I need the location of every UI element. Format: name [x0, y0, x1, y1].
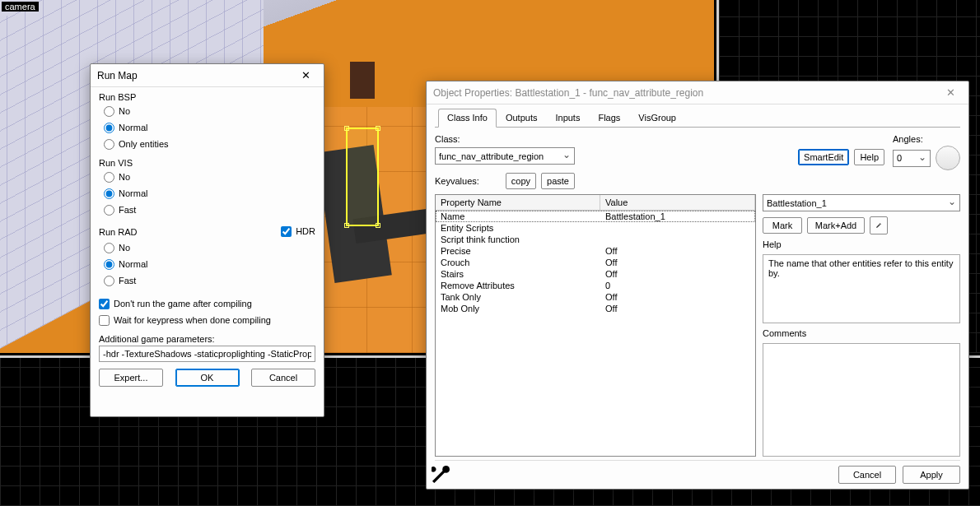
group-label-rad: Run RAD	[99, 227, 137, 237]
titlebar[interactable]: Object Properties: Battlestation_1 - fun…	[427, 81, 968, 104]
cell-property-name: Entity Scripts	[436, 222, 600, 234]
resize-grip-icon[interactable]	[432, 466, 450, 484]
help-section-label: Help	[763, 239, 960, 249]
params-input[interactable]	[99, 346, 315, 362]
cell-value: Off	[600, 291, 755, 303]
class-label: Class:	[435, 134, 575, 144]
cancel-button[interactable]: Cancel	[251, 369, 315, 387]
keyvalues-table[interactable]: Property Name Value NameBattlestation_1E…	[435, 194, 756, 457]
radio-vis-fast[interactable]: Fast	[104, 202, 315, 217]
smartedit-button[interactable]: SmartEdit	[798, 149, 849, 165]
cell-value: Off	[600, 268, 755, 280]
keyvalues-label: Keyvalues:	[435, 176, 479, 186]
apply-button[interactable]: Apply	[903, 466, 960, 484]
run-map-dialog: Run Map ✕ Run BSP No Normal Only entitie…	[90, 63, 324, 417]
name-field-combo[interactable]: Battlestation_1	[763, 194, 960, 211]
mark-button[interactable]: Mark	[763, 217, 802, 234]
table-row[interactable]: PreciseOff	[436, 245, 755, 257]
radio-label: Fast	[119, 276, 136, 285]
radio-label: No	[119, 243, 130, 253]
cell-property-name: Remove Attributes	[436, 280, 600, 291]
table-row[interactable]: Script think function	[436, 234, 755, 245]
combo-value: func_nav_attribute_region	[439, 151, 544, 161]
combo-value: 0	[897, 153, 902, 163]
paste-button[interactable]: paste	[541, 173, 575, 189]
radio-vis-normal[interactable]: Normal	[104, 186, 315, 201]
cell-property-name: Precise	[436, 245, 600, 257]
cell-value	[600, 222, 755, 234]
checkbox-label: HDR	[296, 226, 315, 236]
comments-textarea[interactable]	[763, 343, 960, 457]
radio-label: No	[119, 106, 130, 116]
cell-property-name: Stairs	[436, 268, 600, 280]
checkbox-label: Don't run the game after compiling	[114, 299, 252, 309]
mark-add-button[interactable]: Mark+Add	[807, 217, 865, 234]
cancel-button[interactable]: Cancel	[838, 466, 896, 484]
eyedropper-icon[interactable]	[870, 216, 888, 234]
header-value[interactable]: Value	[600, 195, 755, 210]
cell-property-name: Tank Only	[436, 291, 600, 303]
cell-value: Off	[600, 245, 755, 257]
selection-outline[interactable]	[346, 128, 379, 226]
radio-rad-no[interactable]: No	[104, 240, 315, 255]
radio-bsp-no[interactable]: No	[104, 104, 315, 118]
tab-bar: Class Info Outputs Inputs Flags VisGroup	[435, 108, 960, 128]
table-row[interactable]: Entity Scripts	[436, 222, 755, 234]
close-icon[interactable]: ✕	[939, 85, 962, 101]
tab-inputs[interactable]: Inputs	[546, 109, 589, 128]
viewport-prop	[350, 62, 375, 99]
group-label-vis: Run VIS	[99, 158, 315, 168]
table-row[interactable]: Remove Attributes0	[436, 280, 755, 291]
table-row[interactable]: NameBattlestation_1	[436, 211, 755, 222]
checkbox-wait-keypress[interactable]: Wait for keypress when done compiling	[99, 313, 315, 327]
cell-value: Off	[600, 303, 755, 314]
angles-combo[interactable]: 0	[893, 150, 931, 167]
tab-class-info[interactable]: Class Info	[438, 109, 497, 128]
dialog-title: Object Properties: Battlestation_1 - fun…	[433, 87, 703, 99]
cell-value: 0	[600, 280, 755, 291]
radio-rad-fast[interactable]: Fast	[104, 273, 315, 288]
comments-label: Comments	[763, 328, 960, 338]
radio-label: No	[119, 172, 130, 182]
help-text-box: The name that other entities refer to th…	[763, 254, 960, 323]
radio-bsp-entities[interactable]: Only entities	[104, 137, 315, 151]
angles-label: Angles:	[893, 134, 960, 144]
copy-button[interactable]: copy	[506, 173, 536, 189]
table-row[interactable]: Mob OnlyOff	[436, 303, 755, 314]
radio-label: Normal	[119, 259, 147, 269]
table-row[interactable]: Tank OnlyOff	[436, 291, 755, 303]
radio-rad-normal[interactable]: Normal	[104, 257, 315, 272]
cell-property-name: Script think function	[436, 234, 600, 245]
radio-vis-no[interactable]: No	[104, 169, 315, 184]
angle-dial[interactable]	[936, 146, 960, 170]
cell-value: Off	[600, 257, 755, 268]
checkbox-label: Wait for keypress when done compiling	[114, 315, 271, 325]
viewport-label: camera	[2, 2, 39, 12]
tab-flags[interactable]: Flags	[589, 109, 629, 128]
dialog-title: Run Map	[97, 70, 138, 81]
tab-outputs[interactable]: Outputs	[497, 109, 547, 128]
cell-property-name: Mob Only	[436, 303, 600, 314]
ok-button[interactable]: OK	[175, 369, 240, 387]
expert-button[interactable]: Expert...	[99, 369, 163, 387]
help-button[interactable]: Help	[854, 149, 884, 165]
cell-property-name: Name	[436, 211, 600, 222]
close-icon[interactable]: ✕	[294, 67, 317, 84]
header-property-name[interactable]: Property Name	[436, 195, 600, 210]
titlebar[interactable]: Run Map ✕	[91, 64, 324, 87]
radio-bsp-normal[interactable]: Normal	[104, 120, 315, 135]
cell-value	[600, 234, 755, 245]
radio-label: Only entities	[119, 139, 169, 149]
table-row[interactable]: CrouchOff	[436, 257, 755, 268]
params-label: Additional game parameters:	[99, 334, 315, 344]
group-label-bsp: Run BSP	[99, 92, 315, 102]
checkbox-hdr[interactable]: HDR	[281, 224, 315, 239]
cell-property-name: Crouch	[436, 257, 600, 268]
table-row[interactable]: StairsOff	[436, 268, 755, 280]
object-properties-dialog: Object Properties: Battlestation_1 - fun…	[426, 81, 969, 490]
tab-visgroup[interactable]: VisGroup	[629, 109, 685, 128]
radio-label: Fast	[119, 205, 136, 215]
checkbox-dont-run[interactable]: Don't run the game after compiling	[99, 296, 315, 311]
radio-label: Normal	[119, 123, 147, 132]
class-combo[interactable]: func_nav_attribute_region	[435, 147, 575, 165]
